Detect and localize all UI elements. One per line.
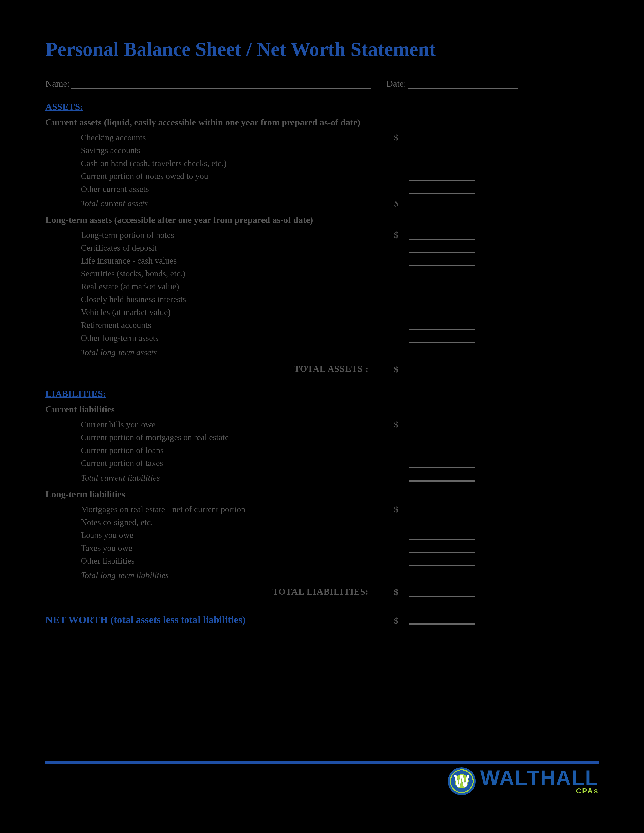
- amount-input-line[interactable]: [409, 589, 475, 597]
- asset-label: Cash on hand (cash, travelers checks, et…: [45, 159, 227, 168]
- net-worth-row: NET WORTH (total assets less total liabi…: [45, 614, 475, 626]
- amount-input-line[interactable]: [409, 435, 475, 442]
- asset-row: Checking accounts $: [45, 131, 475, 144]
- amount-input-line[interactable]: [409, 558, 475, 566]
- total-assets-row: TOTAL ASSETS : $: [45, 359, 475, 377]
- liabilities-heading: LIABILITIES:: [45, 389, 599, 399]
- amount-input-line[interactable]: [409, 135, 475, 142]
- asset-row: Cash on hand (cash, travelers checks, et…: [45, 157, 475, 170]
- amount-input-line[interactable]: [409, 460, 475, 468]
- asset-row: Certificates of deposit: [45, 241, 475, 254]
- amount-input-line[interactable]: [409, 519, 475, 527]
- subtotal-label: Total long-term liabilities: [45, 571, 169, 580]
- liability-label: Loans you owe: [45, 530, 134, 540]
- amount-input-line[interactable]: [409, 473, 475, 480]
- amount-input-line[interactable]: [409, 161, 475, 168]
- current-liabilities-heading: Current liabilities: [45, 404, 599, 415]
- longterm-assets-heading: Long-term assets (accessible after one y…: [45, 215, 599, 225]
- asset-label: Current portion of notes owed to you: [45, 171, 208, 181]
- amount-input-line[interactable]: [409, 350, 475, 357]
- amount-input-line[interactable]: [409, 148, 475, 155]
- amount-input-line[interactable]: [409, 309, 475, 317]
- current-assets-heading: Current assets (liquid, easily accessibl…: [45, 117, 599, 128]
- amount-input-line[interactable]: [409, 367, 475, 374]
- total-liabilities-label: TOTAL LIABILITIES:: [45, 586, 394, 597]
- liability-row: Notes co-signed, etc.: [45, 516, 475, 529]
- liability-label: Current bills you owe: [45, 420, 156, 429]
- dollar-sign: $: [394, 587, 409, 597]
- amount-input-line[interactable]: [409, 507, 475, 514]
- dollar-sign: $: [394, 616, 409, 626]
- asset-row: Real estate (at market value): [45, 280, 475, 293]
- liability-label: Current portion of taxes: [45, 458, 163, 468]
- subtotal-label: Total current liabilities: [45, 473, 160, 482]
- amount-input-line[interactable]: [409, 245, 475, 252]
- asset-label: Life insurance - cash values: [45, 256, 177, 265]
- date-field[interactable]: Date:: [386, 78, 518, 89]
- date-label: Date:: [386, 78, 406, 89]
- net-worth-label: NET WORTH (total assets less total liabi…: [45, 614, 394, 626]
- logo-letter: W: [449, 769, 474, 794]
- amount-input-line[interactable]: [409, 335, 475, 343]
- amount-input-line[interactable]: [409, 284, 475, 291]
- amount-input-line[interactable]: [409, 232, 475, 240]
- asset-row: Closely held business interests: [45, 293, 475, 306]
- asset-row: Current portion of notes owed to you: [45, 170, 475, 183]
- longterm-liabilities-heading: Long-term liabilities: [45, 489, 599, 500]
- name-label: Name:: [45, 78, 70, 89]
- amount-input-line[interactable]: [409, 532, 475, 540]
- page: Personal Balance Sheet / Net Worth State…: [0, 0, 644, 833]
- amount-input-line[interactable]: [409, 271, 475, 278]
- asset-row: Life insurance - cash values: [45, 254, 475, 267]
- amount-input-line[interactable]: [409, 422, 475, 429]
- liability-row: Current portion of taxes: [45, 457, 475, 470]
- liability-label: Current portion of mortgages on real est…: [45, 433, 229, 442]
- asset-row: Other current assets: [45, 183, 475, 196]
- amount-input-line[interactable]: [409, 174, 475, 181]
- asset-row: Other long-term assets: [45, 332, 475, 344]
- dollar-sign: $: [394, 133, 409, 142]
- liability-row: Current bills you owe $: [45, 418, 475, 431]
- amount-input-line[interactable]: [409, 258, 475, 265]
- amount-input-line[interactable]: [409, 297, 475, 304]
- assets-heading: ASSETS:: [45, 101, 599, 112]
- asset-label: Other long-term assets: [45, 333, 159, 343]
- asset-label: Vehicles (at market value): [45, 307, 171, 317]
- amount-input-line[interactable]: [409, 447, 475, 455]
- company-subtitle: CPAs: [576, 787, 599, 794]
- liability-row: Current portion of loans: [45, 444, 475, 457]
- asset-label: Other current assets: [45, 184, 149, 194]
- amount-input-line[interactable]: [409, 201, 475, 208]
- asset-label: Retirement accounts: [45, 320, 151, 330]
- dollar-sign: $: [394, 420, 409, 429]
- page-footer: W WALTHALL CPAs: [45, 761, 599, 795]
- asset-label: Savings accounts: [45, 146, 140, 155]
- liability-label: Notes co-signed, etc.: [45, 518, 153, 527]
- dollar-sign: $: [394, 230, 409, 240]
- amount-input-line[interactable]: [409, 616, 475, 624]
- liability-row: Taxes you owe: [45, 542, 475, 555]
- dollar-sign: $: [394, 199, 409, 208]
- liability-row: Mortgages on real estate - net of curren…: [45, 503, 475, 516]
- dollar-sign: $: [394, 365, 409, 374]
- total-assets-label: TOTAL ASSETS :: [45, 363, 394, 374]
- liability-label: Other liabilities: [45, 556, 134, 566]
- asset-label: Long-term portion of notes: [45, 230, 174, 240]
- asset-row: Vehicles (at market value): [45, 306, 475, 319]
- asset-row: Retirement accounts: [45, 319, 475, 332]
- amount-input-line[interactable]: [409, 322, 475, 330]
- asset-label: Checking accounts: [45, 133, 146, 142]
- liability-row: Current portion of mortgages on real est…: [45, 431, 475, 444]
- asset-row: Long-term portion of notes $: [45, 229, 475, 241]
- amount-input-line[interactable]: [409, 572, 475, 580]
- liability-row: Loans you owe: [45, 529, 475, 542]
- company-logo-text: WALTHALL CPAs: [480, 769, 599, 794]
- name-field[interactable]: Name:: [45, 78, 371, 89]
- asset-row: Savings accounts: [45, 144, 475, 157]
- date-input-line[interactable]: [407, 80, 518, 89]
- amount-input-line[interactable]: [409, 545, 475, 553]
- amount-input-line[interactable]: [409, 186, 475, 194]
- liability-label: Taxes you owe: [45, 543, 132, 553]
- name-input-line[interactable]: [71, 80, 371, 89]
- subtotal-row: Total current assets $: [45, 197, 475, 210]
